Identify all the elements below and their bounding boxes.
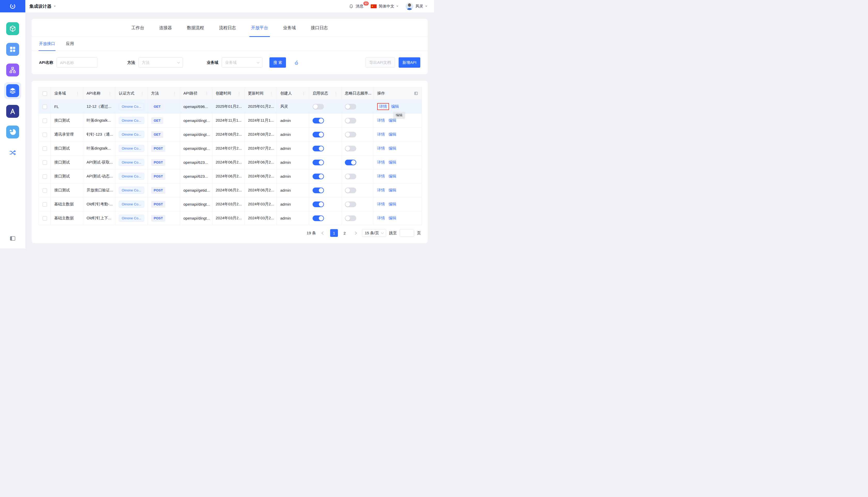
row-checkbox[interactable]	[43, 132, 47, 137]
user-menu[interactable]: 风灵	[405, 2, 427, 10]
auth-tag[interactable]: Oinone Co...	[119, 215, 144, 222]
page-button-2[interactable]: 2	[341, 229, 348, 237]
row-checkbox[interactable]	[43, 118, 47, 123]
enabled-toggle[interactable]	[313, 201, 324, 207]
enabled-toggle[interactable]	[313, 160, 324, 165]
business-domain-select[interactable]: 业务域	[222, 57, 262, 68]
enabled-toggle[interactable]	[313, 132, 324, 138]
enabled-toggle[interactable]	[313, 215, 324, 221]
column-menu-icon[interactable]: ⋮	[108, 91, 112, 96]
auth-tag[interactable]: Oinone Co...	[119, 159, 144, 166]
select-all-checkbox[interactable]	[43, 91, 47, 96]
enabled-toggle[interactable]	[313, 146, 324, 151]
auth-tag[interactable]: Oinone Co...	[119, 103, 144, 110]
auth-tag[interactable]: Oinone Co...	[119, 201, 144, 208]
detail-link[interactable]: 详情	[377, 188, 385, 192]
subtab-1[interactable]: 应用	[66, 37, 74, 51]
row-checkbox[interactable]	[43, 202, 47, 207]
edit-link[interactable]: 编辑	[388, 160, 396, 164]
edit-link[interactable]: 编辑	[388, 188, 396, 192]
column-menu-icon[interactable]: ⋮	[269, 91, 273, 96]
detail-link[interactable]: 详情	[377, 132, 385, 137]
app-title-dropdown[interactable]: 集成设计器	[29, 3, 56, 9]
ignore-log-toggle[interactable]	[345, 104, 356, 110]
pie-chart-app-item[interactable]	[4, 124, 21, 141]
tab-3[interactable]: 流程日志	[219, 19, 236, 37]
tab-2[interactable]: 数据流程	[187, 19, 204, 37]
row-checkbox[interactable]	[43, 146, 47, 151]
column-menu-icon[interactable]: ⋮	[76, 91, 80, 96]
edit-link[interactable]: 编辑	[388, 132, 396, 137]
column-menu-icon[interactable]: ⋮	[140, 91, 144, 96]
edit-link[interactable]: 编辑	[388, 174, 396, 178]
row-checkbox[interactable]	[43, 188, 47, 193]
tab-5[interactable]: 业务域	[283, 19, 296, 37]
ignore-log-toggle[interactable]	[345, 187, 356, 193]
edit-link[interactable]: 编辑	[388, 118, 396, 123]
app-logo[interactable]	[0, 0, 25, 12]
messages-button[interactable]: 消息 53	[349, 4, 364, 9]
prev-page-button[interactable]	[319, 229, 327, 237]
cube-app-item[interactable]	[4, 20, 21, 37]
detail-link[interactable]: 详情	[377, 118, 385, 123]
create-api-button[interactable]: 新增API	[399, 57, 420, 68]
edit-link[interactable]: 编辑	[391, 104, 399, 109]
language-selector[interactable]: ★ 简体中文	[371, 4, 398, 9]
api-name-input[interactable]	[57, 57, 97, 68]
ignore-log-toggle[interactable]	[345, 118, 356, 124]
ignore-log-toggle[interactable]	[345, 160, 356, 165]
edit-link[interactable]: 编辑	[388, 202, 396, 206]
page-button-1[interactable]: 1	[330, 229, 338, 237]
auth-tag[interactable]: Oinone Co...	[119, 173, 144, 180]
jump-page-input[interactable]	[400, 229, 414, 237]
tab-0[interactable]: 工作台	[131, 19, 144, 37]
subtab-0[interactable]: 开放接口	[39, 37, 55, 51]
enabled-toggle[interactable]	[313, 174, 324, 179]
column-menu-icon[interactable]: ⋮	[302, 91, 305, 96]
row-checkbox[interactable]	[43, 160, 47, 165]
detail-link[interactable]: 详情	[377, 202, 385, 206]
column-menu-icon[interactable]: ⋮	[334, 91, 338, 96]
column-menu-icon[interactable]: ⋮	[237, 91, 241, 96]
column-settings-icon[interactable]	[414, 91, 418, 96]
ignore-log-toggle[interactable]	[345, 132, 356, 138]
layers-app-item[interactable]	[4, 82, 21, 99]
export-api-doc-button[interactable]: 导出API文档	[366, 57, 395, 68]
clear-filters-icon[interactable]	[294, 60, 299, 65]
auth-tag[interactable]: Oinone Co...	[119, 131, 144, 138]
detail-link[interactable]: 详情	[377, 160, 385, 164]
row-checkbox[interactable]	[43, 104, 47, 109]
collapse-sidebar-button[interactable]	[9, 235, 16, 242]
ignore-log-toggle[interactable]	[345, 174, 356, 179]
auth-tag[interactable]: Oinone Co...	[119, 117, 144, 124]
column-menu-icon[interactable]: ⋮	[173, 91, 176, 96]
row-checkbox[interactable]	[43, 174, 47, 179]
shuffle-app-item[interactable]	[4, 144, 21, 161]
ignore-log-toggle[interactable]	[345, 215, 356, 221]
auth-tag[interactable]: Oinone Co...	[119, 187, 144, 194]
detail-link[interactable]: 详情	[379, 104, 387, 109]
detail-link[interactable]: 详情	[377, 174, 385, 178]
tab-1[interactable]: 连接器	[159, 19, 172, 37]
column-menu-icon[interactable]: ⋮	[372, 91, 374, 96]
enabled-toggle[interactable]	[313, 118, 324, 124]
edit-link[interactable]: 编辑	[388, 146, 396, 150]
detail-link[interactable]: 详情	[377, 216, 385, 220]
column-menu-icon[interactable]: ⋮	[205, 91, 209, 96]
ignore-log-toggle[interactable]	[345, 201, 356, 207]
enabled-toggle[interactable]	[313, 187, 324, 193]
tab-4[interactable]: 开放平台	[251, 19, 268, 37]
tab-6[interactable]: 接口日志	[311, 19, 328, 37]
enabled-toggle[interactable]	[313, 104, 324, 110]
search-button[interactable]: 搜 索	[269, 57, 286, 68]
method-select[interactable]: 方法	[139, 57, 183, 68]
detail-link[interactable]: 详情	[377, 146, 385, 150]
edit-link[interactable]: 编辑	[388, 216, 396, 220]
row-checkbox[interactable]	[43, 216, 47, 221]
page-size-select[interactable]: 15 条/页	[362, 229, 386, 237]
ignore-log-toggle[interactable]	[345, 146, 356, 151]
next-page-button[interactable]	[351, 229, 359, 237]
ai-logo-app-item[interactable]	[4, 103, 21, 120]
auth-tag[interactable]: Oinone Co...	[119, 145, 144, 152]
dashboard-app-item[interactable]	[4, 41, 21, 58]
